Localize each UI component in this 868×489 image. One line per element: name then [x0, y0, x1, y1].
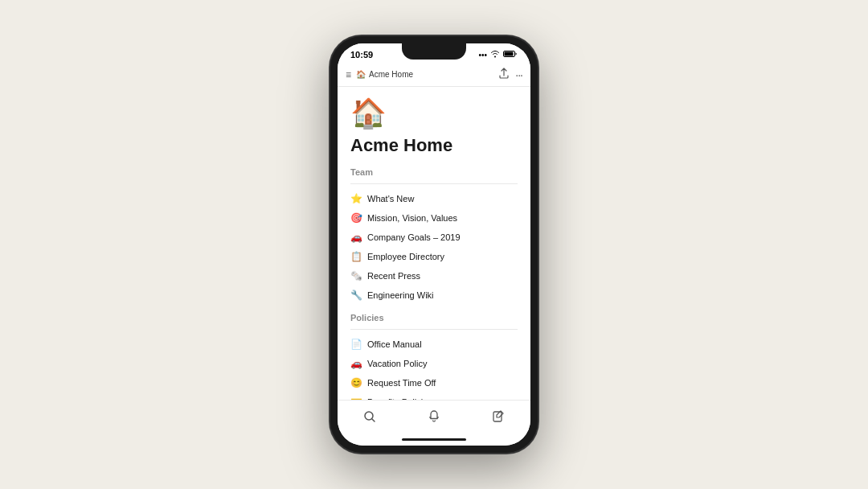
- list-item[interactable]: ⭐ What's New: [350, 189, 518, 208]
- section-header-team: Team: [350, 167, 518, 180]
- list-item[interactable]: 📄 Office Manual: [350, 335, 518, 354]
- whats-new-label: What's New: [367, 194, 414, 203]
- goals-icon: 🚗: [350, 232, 362, 243]
- browser-bar: ≡ 🏠 Acme Home ···: [338, 63, 530, 87]
- vacation-label: Vacation Policy: [367, 359, 427, 368]
- press-icon: 🗞️: [350, 270, 362, 281]
- section-divider-team: [350, 183, 518, 184]
- page-title: Acme Home: [350, 135, 518, 156]
- list-item[interactable]: 🎯 Mission, Vision, Values: [350, 208, 518, 228]
- wiki-icon: 🔧: [350, 290, 362, 301]
- bottom-nav: [338, 400, 530, 433]
- battery-icon: [503, 50, 518, 60]
- edit-nav-icon[interactable]: [485, 407, 511, 429]
- whats-new-icon: ⭐: [350, 193, 362, 204]
- home-bar: [402, 438, 466, 441]
- list-item[interactable]: 😊 Request Time Off: [350, 373, 518, 392]
- browser-url-text: Acme Home: [369, 70, 413, 79]
- phone-screen: 10:59 •••: [338, 43, 530, 446]
- directory-label: Employee Directory: [367, 252, 444, 261]
- list-item[interactable]: 🔧 Engineering Wiki: [350, 286, 518, 305]
- page-emoji: 🏠: [350, 97, 518, 130]
- signal-icon: •••: [478, 51, 487, 60]
- wifi-icon: [490, 50, 500, 60]
- mission-label: Mission, Vision, Values: [367, 213, 457, 223]
- home-indicator: [338, 433, 530, 446]
- office-manual-icon: 📄: [350, 339, 362, 350]
- section-header-policies: Policies: [350, 313, 518, 326]
- share-icon[interactable]: [499, 68, 509, 81]
- hamburger-icon[interactable]: ≡: [346, 69, 351, 80]
- directory-icon: 📋: [350, 251, 362, 262]
- mission-icon: 🎯: [350, 212, 362, 224]
- browser-actions: ···: [499, 68, 522, 81]
- more-icon[interactable]: ···: [515, 68, 522, 81]
- list-item[interactable]: 🚗 Company Goals – 2019: [350, 228, 518, 247]
- svg-rect-1: [505, 52, 514, 56]
- page-favicon: 🏠: [356, 70, 366, 79]
- time-off-icon: 😊: [350, 377, 362, 388]
- time-off-label: Request Time Off: [367, 378, 436, 388]
- team-items: ⭐ What's New 🎯 Mission, Vision, Values 🚗…: [350, 189, 518, 305]
- office-manual-label: Office Manual: [367, 339, 422, 349]
- page-content: 🏠 Acme Home Team ⭐ What's New 🎯 Mission,…: [338, 87, 530, 400]
- policies-items: 📄 Office Manual 🚗 Vacation Policy 😊 Requ…: [350, 335, 518, 400]
- goals-label: Company Goals – 2019: [367, 232, 461, 242]
- bell-nav-icon[interactable]: [421, 407, 447, 429]
- search-nav-icon[interactable]: [357, 407, 383, 429]
- list-item[interactable]: 💳 Benefits Policies: [350, 392, 518, 400]
- status-time: 10:59: [350, 50, 373, 60]
- list-item[interactable]: 🗞️ Recent Press: [350, 266, 518, 286]
- browser-url: 🏠 Acme Home: [356, 70, 494, 79]
- list-item[interactable]: 🚗 Vacation Policy: [350, 354, 518, 373]
- press-label: Recent Press: [367, 271, 420, 281]
- phone-notch: [402, 43, 466, 60]
- status-icons: •••: [478, 50, 518, 60]
- wiki-label: Engineering Wiki: [367, 290, 434, 300]
- phone-frame: 10:59 •••: [330, 35, 538, 454]
- list-item[interactable]: 📋 Employee Directory: [350, 247, 518, 266]
- vacation-icon: 🚗: [350, 358, 362, 369]
- section-divider-policies: [350, 329, 518, 330]
